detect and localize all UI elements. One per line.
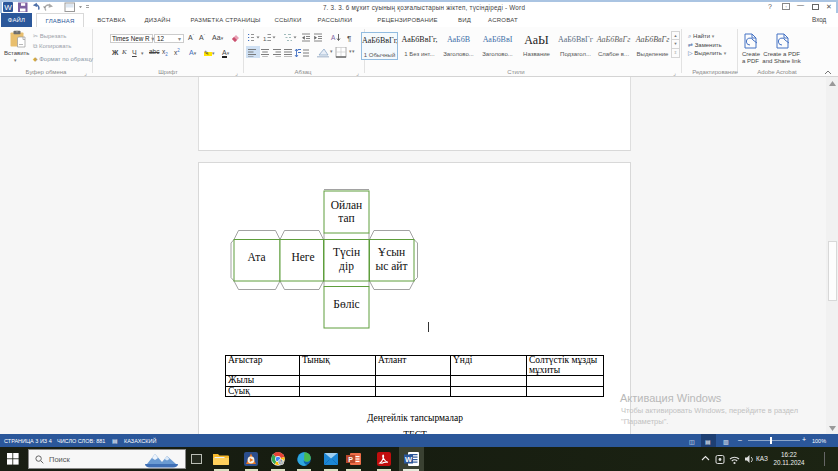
svg-text:P: P [348, 456, 353, 463]
svg-text:Ұсын: Ұсын [378, 246, 405, 258]
svg-text:1.: 1. [263, 36, 268, 42]
svg-text:M: M [279, 459, 283, 465]
svg-text:тап: тап [338, 212, 354, 224]
svg-text:Түсін: Түсін [333, 246, 360, 259]
svg-text:Бөліс: Бөліс [333, 298, 359, 310]
svg-text:Ата: Ата [247, 251, 265, 263]
svg-text:Неге: Неге [291, 251, 314, 263]
svg-text:Ойлан: Ойлан [331, 199, 362, 211]
svg-text:¶: ¶ [347, 34, 351, 42]
svg-text:ыс айт: ыс айт [376, 260, 408, 272]
svg-text:W: W [4, 3, 12, 12]
svg-text:W: W [405, 455, 413, 464]
svg-text:А: А [331, 34, 336, 41]
svg-text:дір: дір [339, 260, 354, 273]
